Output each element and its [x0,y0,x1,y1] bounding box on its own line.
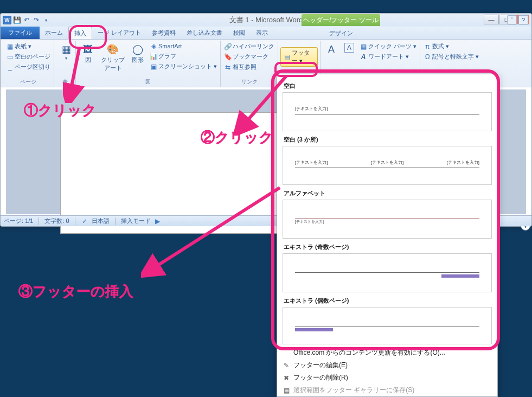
page-break-button[interactable]: ⎯ページ区切り [5,62,52,72]
group-pages-label: ページ [5,78,52,87]
edit-icon: ✎ [283,362,290,369]
hyperlink-icon: 🔗 [224,43,232,50]
textbox-icon: A [325,43,338,56]
menu-remove-footer[interactable]: ✖フッターの削除(R) [277,372,497,384]
cover-page-icon: ▦ [6,43,14,50]
gallery-list[interactable]: 空白 [テキストを入力] 空白 (3 か所) [テキストを入力][テキストを入力… [277,74,497,344]
blank-icon [283,349,290,357]
crossref-icon: ⇆ [224,63,232,71]
wordart-button[interactable]: Aワードアート ▾ [358,52,418,61]
sep [115,217,116,225]
quickparts-button[interactable]: ▦クイック パーツ ▾ [358,42,418,51]
blank-page-button[interactable]: ▭空白のページ [5,52,52,61]
gallery-item-title: エキストラ (偶数ページ) [284,297,492,305]
anno-circle-insert [69,25,107,49]
blank-page-icon: ▭ [6,53,14,61]
cover-page-button[interactable]: ▦表紙 ▾ [5,42,52,51]
anno-step3: ③フッターの挿入 [18,282,133,301]
arrow-step2 [232,76,297,136]
smartart-icon: ◈ [150,42,157,50]
anno-step1: ①クリック [24,101,97,120]
footer-gallery: 空白 [テキストを入力] 空白 (3 か所) [テキストを入力][テキストを入力… [277,74,498,397]
gallery-item-blank3[interactable]: [テキストを入力][テキストを入力][テキストを入力] [283,146,492,185]
screenshot-button[interactable]: ▣スクリーンショット ▾ [149,62,218,71]
gallery-item-title: 空白 (3 か所) [284,136,492,144]
symbol-button[interactable]: Ω記号と特殊文字 ▾ [422,52,480,61]
tab-home[interactable]: ホーム [40,27,68,39]
tab-references[interactable]: 参考資料 [146,27,181,39]
gallery-item-title: アルファベット [284,189,492,197]
tab-review[interactable]: 校閲 [228,27,251,39]
menu-edit-footer[interactable]: ✎フッターの編集(E) [277,359,497,372]
quickparts-icon: ▦ [360,43,367,50]
footer-icon: ▤ [284,53,290,61]
group-pages: ▦表紙 ▾ ▭空白のページ ⎯ページ区切り ページ [3,41,54,87]
status-page[interactable]: ページ: 1/1 [4,217,33,225]
tab-view[interactable]: 表示 [251,27,273,39]
equation-button[interactable]: π数式 ▾ [422,42,480,51]
page-break-icon: ⎯ [6,63,14,71]
wordart-icon: A [360,53,367,61]
gallery-item-extra-even[interactable] [283,307,492,344]
shapes-icon: ◯ [131,43,144,56]
gallery-menu: Office.com からのコンテンツ更新を有効にする(O)... ✎フッターの… [277,344,497,396]
screenshot-icon: ▣ [150,63,157,71]
minimize-button[interactable]: — [484,15,499,24]
status-words[interactable]: 文字数: 0 [44,217,69,225]
gallery-item-extra-odd[interactable] [283,253,492,292]
contextual-tab-title: ヘッダー/フッター ツール [302,14,380,26]
status-lang[interactable]: 日本語 [92,217,110,225]
anno-circle-footer [274,62,318,77]
arrow-step1 [63,49,85,103]
bookmark-button[interactable]: 🔖ブックマーク [223,52,275,61]
textpart-icon: A [344,43,354,53]
anno-step2: ②クリック [201,128,273,147]
svg-line-0 [69,49,79,97]
menu-office-enable[interactable]: Office.com からのコンテンツ更新を有効にする(O)... [277,347,497,359]
accent-bar [441,274,479,278]
tab-file[interactable]: ファイル [1,27,40,39]
symbol-icon: Ω [424,53,431,61]
sep [39,217,39,225]
line [295,168,479,168]
remove-icon: ✖ [283,374,290,382]
svg-line-2 [149,188,280,271]
placeholder-text: [テキストを入力] [295,106,479,112]
arrow-step3 [141,184,287,282]
gallery-item-title: 空白 [284,82,492,90]
shapes-button[interactable]: ◯図形 [128,42,148,78]
group-illust-label: 図 [78,78,218,87]
hyperlink-button[interactable]: 🔗ハイパーリンク [223,42,275,51]
smartart-button[interactable]: ◈SmartArt [149,42,218,50]
proofing-icon[interactable]: ✓ [81,217,88,225]
chart-icon: 📊 [150,53,157,60]
gallery-item-title: エキストラ (奇数ページ) [284,243,492,251]
line [295,114,479,114]
menu-save-to-gallery[interactable]: ▤選択範囲をフッター ギャラリーに保存(S) [277,384,497,396]
chart-button[interactable]: 📊グラフ [149,52,218,61]
equation-icon: π [424,43,431,50]
window-title: 文書 1 - Microsoft Word [1,15,531,25]
help-icon[interactable]: ? [518,15,528,25]
minimize-ribbon-icon[interactable]: ˆ [507,15,517,25]
tab-design[interactable]: デザイン [302,27,380,40]
sep [75,217,75,225]
ribbon-help-buttons: ˆ ? [507,15,528,25]
save-sel-icon: ▤ [283,387,290,394]
crossref-button[interactable]: ⇆相互参照 [223,62,275,72]
placeholder-text: [テキストを入力] [295,219,479,225]
tab-mailings[interactable]: 差し込み文書 [181,27,228,39]
clipart-icon: 🎨 [106,43,119,56]
accent-bar [295,328,333,331]
svg-line-1 [241,76,286,128]
bookmark-icon: 🔖 [224,53,232,61]
gallery-item-alphabet[interactable]: [テキストを入力] [283,200,492,239]
gallery-item-blank[interactable]: [テキストを入力] [283,92,492,131]
